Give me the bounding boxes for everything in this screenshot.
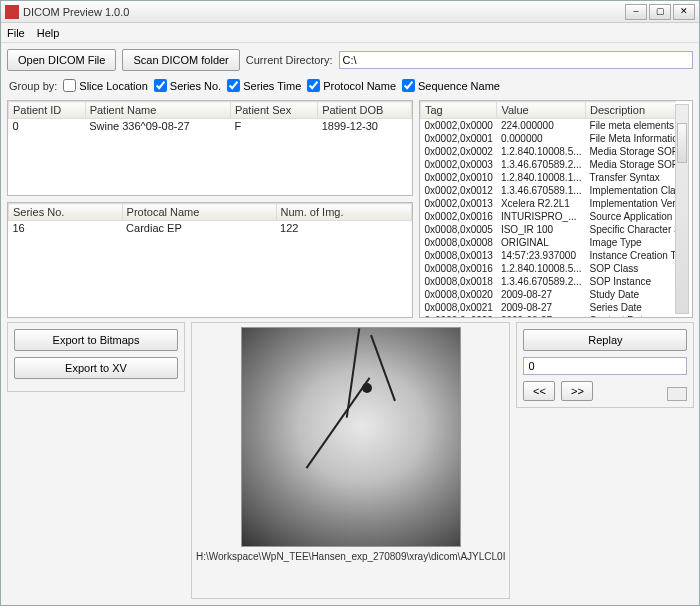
col-protocol-name[interactable]: Protocal Name (122, 204, 276, 221)
table-row[interactable]: 0x0008,0x00181.3.46.670589.2...SOP Insta… (421, 275, 677, 288)
current-directory-input[interactable] (339, 51, 693, 69)
col-value[interactable]: Value (497, 102, 586, 119)
table-row[interactable]: 0x0008,0x0008ORIGINALImage Type (421, 236, 677, 249)
table-row[interactable]: 0x0002,0x0000224.000000File meta element… (421, 119, 677, 133)
export-xv-button[interactable]: Export to XV (14, 357, 178, 379)
col-patient-sex[interactable]: Patient Sex (230, 102, 317, 119)
menu-help[interactable]: Help (37, 27, 60, 39)
chk-protocol-name[interactable]: Protocol Name (307, 79, 396, 92)
group-by-row: Group by: Slice Location Series No. Seri… (7, 75, 693, 96)
col-patient-name[interactable]: Patient Name (85, 102, 230, 119)
chk-slice-location[interactable]: Slice Location (63, 79, 148, 92)
series-table-panel[interactable]: Series No. Protocal Name Num. of Img. 16… (7, 202, 413, 318)
tag-table-panel[interactable]: Tag Value Description 0x0002,0x0000224.0… (419, 100, 693, 318)
col-patient-dob[interactable]: Patient DOB (318, 102, 412, 119)
tag-table: Tag Value Description 0x0002,0x0000224.0… (420, 101, 676, 317)
export-bitmaps-button[interactable]: Export to Bitmaps (14, 329, 178, 351)
patient-table: Patient ID Patient Name Patient Sex Pati… (8, 101, 412, 133)
scrollbar-thumb[interactable] (677, 123, 687, 163)
patient-table-panel[interactable]: Patient ID Patient Name Patient Sex Pati… (7, 100, 413, 196)
table-row[interactable]: 0x0008,0x00212009-08-27Series Date (421, 301, 677, 314)
close-button[interactable]: ✕ (673, 4, 695, 20)
next-frame-button[interactable]: >> (561, 381, 593, 401)
group-by-label: Group by: (9, 80, 57, 92)
col-description[interactable]: Description (586, 102, 676, 119)
titlebar[interactable]: DICOM Preview 1.0.0 – ▢ ✕ (1, 1, 699, 23)
table-row[interactable]: 0Swine 336^09-08-27F1899-12-30 (9, 119, 412, 134)
table-row[interactable]: 0x0002,0x00021.2.840.10008.5...Media Sto… (421, 145, 677, 158)
app-icon (5, 5, 19, 19)
export-panel: Export to Bitmaps Export to XV (7, 322, 185, 392)
table-row[interactable]: 0x0002,0x0013Xcelera R2.2L1Implementatio… (421, 197, 677, 210)
current-directory-label: Current Directory: (246, 54, 333, 66)
menubar: File Help (1, 23, 699, 43)
open-dicom-button[interactable]: Open DICOM File (7, 49, 116, 71)
table-row[interactable]: 0x0002,0x00031.3.46.670589.2...Media Sto… (421, 158, 677, 171)
prev-frame-button[interactable]: << (523, 381, 555, 401)
replay-button[interactable]: Replay (523, 329, 687, 351)
scan-dicom-button[interactable]: Scan DICOM folder (122, 49, 239, 71)
col-num-img[interactable]: Num. of Img. (276, 204, 411, 221)
maximize-button[interactable]: ▢ (649, 4, 671, 20)
col-patient-id[interactable]: Patient ID (9, 102, 86, 119)
table-row[interactable]: 0x0002,0x00121.3.46.670589.1...Implement… (421, 184, 677, 197)
scrollbar[interactable] (675, 104, 689, 314)
toolbar: Open DICOM File Scan DICOM folder Curren… (7, 49, 693, 71)
table-row[interactable]: 0x0008,0x00161.2.840.10008.5...SOP Class (421, 262, 677, 275)
resize-grip[interactable] (667, 387, 687, 401)
image-preview (241, 327, 461, 547)
player-panel: Replay 0 << >> (516, 322, 694, 408)
series-table: Series No. Protocal Name Num. of Img. 16… (8, 203, 412, 235)
chk-sequence-name[interactable]: Sequence Name (402, 79, 500, 92)
table-row[interactable]: 0x0002,0x00101.2.840.10008.1...Transfer … (421, 171, 677, 184)
col-tag[interactable]: Tag (421, 102, 497, 119)
col-series-no[interactable]: Series No. (9, 204, 123, 221)
frame-number[interactable]: 0 (523, 357, 687, 375)
table-row[interactable]: 0x0008,0x0005ISO_IR 100Specific Characte… (421, 223, 677, 236)
chk-series-time[interactable]: Series Time (227, 79, 301, 92)
preview-path: H:\Workspace\WpN_TEE\Hansen_exp_270809\x… (196, 547, 505, 562)
preview-panel: H:\Workspace\WpN_TEE\Hansen_exp_270809\x… (191, 322, 510, 599)
menu-file[interactable]: File (7, 27, 25, 39)
table-row[interactable]: 16Cardiac EP122 (9, 221, 412, 236)
table-row[interactable]: 0x0002,0x00010.000000File Meta Informati… (421, 132, 677, 145)
window-title: DICOM Preview 1.0.0 (23, 6, 625, 18)
table-row[interactable]: 0x0008,0x00232009-08-27Content Date (421, 314, 677, 317)
table-row[interactable]: 0x0008,0x00202009-08-27Study Date (421, 288, 677, 301)
table-row[interactable]: 0x0008,0x001314:57:23.937000Instance Cre… (421, 249, 677, 262)
app-window: DICOM Preview 1.0.0 – ▢ ✕ File Help Open… (0, 0, 700, 606)
minimize-button[interactable]: – (625, 4, 647, 20)
chk-series-no[interactable]: Series No. (154, 79, 221, 92)
table-row[interactable]: 0x0002,0x0016INTURISPRO_...Source Applic… (421, 210, 677, 223)
